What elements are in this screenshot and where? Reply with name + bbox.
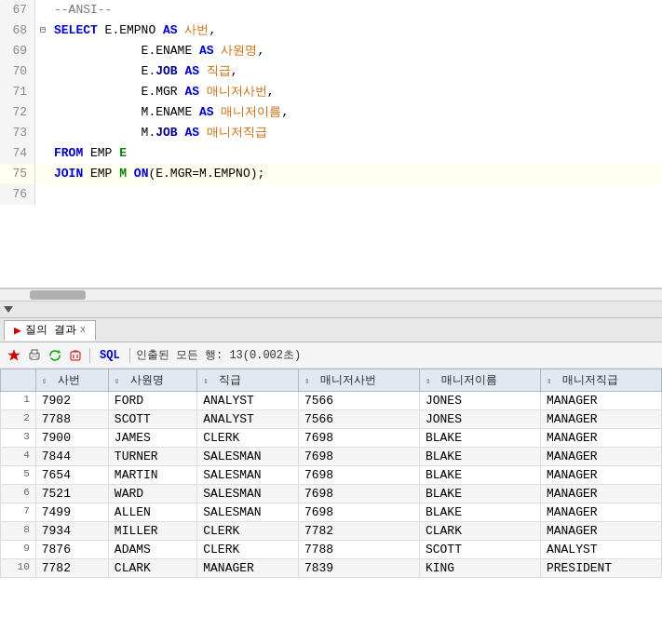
- tab-results[interactable]: ▶ 질의 결과 x: [4, 320, 96, 341]
- line-marker: [35, 41, 50, 61]
- line-number: 67: [0, 0, 35, 20]
- code-line-68: 68 ⊟ SELECT E.EMPNO AS 사번,: [0, 20, 662, 41]
- table-cell: TURNER: [108, 448, 196, 466]
- table-cell: WARD: [108, 485, 196, 503]
- line-number: 76: [0, 184, 35, 205]
- line-marker: [35, 164, 50, 184]
- line-marker: [35, 123, 50, 143]
- code-lines: 67 --ANSI-- 68 ⊟ SELECT E.EMPNO AS 사번, 6…: [0, 0, 662, 205]
- table-cell: BLAKE: [419, 429, 540, 448]
- table-cell: MANAGER: [197, 559, 299, 578]
- table-cell: MANAGER: [540, 448, 661, 466]
- tab-close-button[interactable]: x: [80, 325, 86, 335]
- col-header-rownum[interactable]: [1, 369, 36, 392]
- table-cell: MANAGER: [540, 410, 661, 429]
- table-cell: 7839: [298, 559, 419, 578]
- toolbar-info-text: 인출된 모든 행: 13(0.002초): [136, 347, 302, 363]
- line-number: 73: [0, 123, 35, 143]
- table-row: 17902FORDANALYST7566JONESMANAGER: [1, 392, 662, 410]
- table-row: 67521WARDSALESMAN7698BLAKEMANAGER: [1, 485, 662, 503]
- col-header-managerjikgeup[interactable]: ⇕ 매니저직급: [540, 369, 661, 392]
- table-cell: MANAGER: [540, 522, 661, 541]
- line-content: E.ENAME AS 사원명,: [50, 41, 662, 61]
- line-marker: [35, 184, 50, 205]
- line-number: 70: [0, 61, 35, 82]
- table-cell: SCOTT: [419, 541, 540, 559]
- tab-results-label: 질의 결과: [25, 322, 76, 338]
- row-number: 3: [1, 429, 36, 448]
- table-row: 37900JAMESCLERK7698BLAKEMANAGER: [1, 429, 662, 448]
- line-content: SELECT E.EMPNO AS 사번,: [50, 20, 662, 41]
- table-row: 107782CLARKMANAGER7839KINGPRESIDENT: [1, 559, 662, 578]
- col-header-jikgeup[interactable]: ⇕ 직급: [197, 369, 299, 392]
- table-cell: 7788: [298, 541, 419, 559]
- table-row: 97876ADAMSCLERK7788SCOTTANALYST: [1, 541, 662, 559]
- table-cell: 7698: [298, 429, 419, 448]
- play-icon: ▶: [14, 323, 21, 338]
- table-header-row: ⇕ 사번 ⇕ 사원명 ⇕ 직급 ⇕ 매니저사번 ⇕ 매니저이름 ⇕ 매니저직급: [1, 369, 662, 392]
- toolbar-sql-label: SQL: [96, 349, 124, 362]
- results-table-body: 17902FORDANALYST7566JONESMANAGER27788SCO…: [1, 392, 662, 578]
- line-content: [50, 184, 662, 205]
- col-header-sawonmyeong[interactable]: ⇕ 사원명: [108, 369, 196, 392]
- row-number: 10: [1, 559, 36, 578]
- table-cell: 7698: [298, 466, 419, 485]
- pin-icon[interactable]: [6, 347, 22, 364]
- results-toolbar: SQL 인출된 모든 행: 13(0.002초): [0, 342, 662, 369]
- code-line-72: 72 M.ENAME AS 매니저이름,: [0, 102, 662, 123]
- table-cell: 7521: [35, 485, 108, 503]
- table-cell: MARTIN: [108, 466, 196, 485]
- svg-rect-3: [71, 352, 80, 360]
- panel-collapse-bar[interactable]: [0, 302, 662, 318]
- table-cell: SALESMAN: [197, 485, 299, 503]
- svg-rect-1: [32, 350, 37, 354]
- delete-icon[interactable]: [67, 347, 84, 364]
- refresh-icon[interactable]: [47, 347, 63, 364]
- table-cell: SALESMAN: [197, 503, 299, 522]
- print-icon[interactable]: [26, 347, 43, 364]
- table-cell: FORD: [108, 392, 196, 410]
- line-content: E.JOB AS 직급,: [50, 61, 662, 82]
- table-row: 47844TURNERSALESMAN7698BLAKEMANAGER: [1, 448, 662, 466]
- code-line-70: 70 E.JOB AS 직급,: [0, 61, 662, 82]
- line-marker: [35, 82, 50, 102]
- line-content: E.MGR AS 매니저사번,: [50, 82, 662, 102]
- line-number: 75: [0, 164, 35, 184]
- col-header-managername[interactable]: ⇕ 매니저이름: [419, 369, 540, 392]
- table-cell: SALESMAN: [197, 448, 299, 466]
- table-cell: KING: [419, 559, 540, 578]
- table-cell: 7844: [35, 448, 108, 466]
- svg-rect-2: [32, 356, 37, 359]
- horizontal-scrollbar[interactable]: [0, 288, 662, 302]
- table-cell: 7900: [35, 429, 108, 448]
- row-number: 6: [1, 485, 36, 503]
- results-table: ⇕ 사번 ⇕ 사원명 ⇕ 직급 ⇕ 매니저사번 ⇕ 매니저이름 ⇕ 매니저직급 …: [0, 369, 662, 578]
- table-cell: BLAKE: [419, 448, 540, 466]
- table-cell: SALESMAN: [197, 466, 299, 485]
- line-marker: ⊟: [35, 20, 50, 41]
- table-row: 87934MILLERCLERK7782CLARKMANAGER: [1, 522, 662, 541]
- line-marker: [35, 102, 50, 123]
- col-header-sabun[interactable]: ⇕ 사번: [35, 369, 108, 392]
- table-cell: 7788: [35, 410, 108, 429]
- col-header-managersabun[interactable]: ⇕ 매니저사번: [298, 369, 419, 392]
- table-cell: SCOTT: [108, 410, 196, 429]
- line-marker: [35, 61, 50, 82]
- results-table-wrapper[interactable]: ⇕ 사번 ⇕ 사원명 ⇕ 직급 ⇕ 매니저사번 ⇕ 매니저이름 ⇕ 매니저직급 …: [0, 369, 662, 644]
- table-cell: BLAKE: [419, 485, 540, 503]
- table-cell: ANALYST: [197, 410, 299, 429]
- line-content: M.JOB AS 매니저직급: [50, 123, 662, 143]
- table-cell: 7782: [298, 522, 419, 541]
- table-cell: ANALYST: [197, 392, 299, 410]
- collapse-icon: [4, 306, 13, 313]
- row-number: 4: [1, 448, 36, 466]
- line-number: 72: [0, 102, 35, 123]
- results-tabs-bar: ▶ 질의 결과 x: [0, 318, 662, 342]
- table-row: 57654MARTINSALESMAN7698BLAKEMANAGER: [1, 466, 662, 485]
- table-cell: PRESIDENT: [540, 559, 661, 578]
- code-line-75: 75 JOIN EMP M ON(E.MGR=M.EMPNO);: [0, 164, 662, 184]
- table-cell: MANAGER: [540, 485, 661, 503]
- scrollbar-thumb[interactable]: [30, 290, 86, 300]
- code-line-67: 67 --ANSI--: [0, 0, 662, 20]
- table-cell: CLERK: [197, 429, 299, 448]
